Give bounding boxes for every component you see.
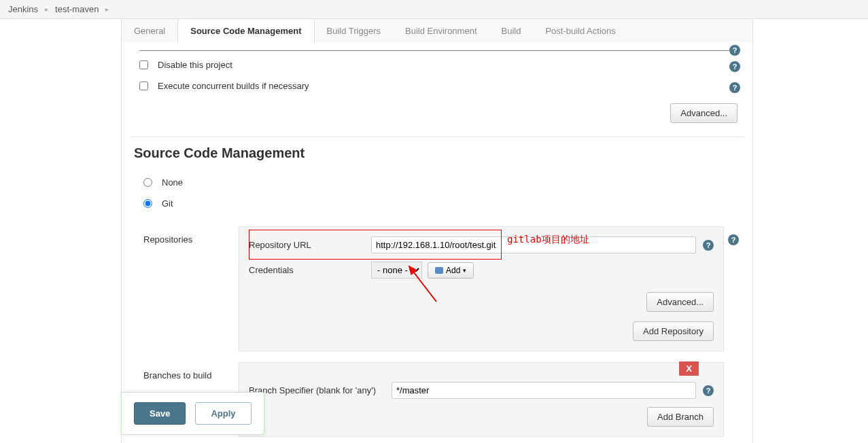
annotation-text: gitlab项目的地址 — [507, 234, 589, 246]
add-repository-button[interactable]: Add Repository — [633, 321, 714, 341]
config-content: ? Disable this project ? Execute concurr… — [122, 42, 752, 443]
disable-project-checkbox[interactable] — [139, 60, 148, 69]
apply-button[interactable]: Apply — [195, 402, 251, 425]
chevron-right-icon: ▸ — [45, 5, 48, 13]
help-icon[interactable]: ? — [729, 45, 740, 56]
repositories-label: Repositories — [130, 226, 239, 351]
branch-spec-label: Branch Specifier (blank for 'any') — [249, 385, 392, 395]
credentials-label: Credentials — [249, 265, 371, 275]
tab-env[interactable]: Build Environment — [393, 19, 489, 43]
scm-git-radio[interactable] — [143, 199, 152, 208]
tab-post[interactable]: Post-build Actions — [533, 19, 627, 43]
branches-body: X Branch Specifier (blank for 'any') ? A… — [239, 362, 724, 437]
add-credentials-button[interactable]: Add ▾ — [428, 262, 474, 279]
credentials-select[interactable]: - none - — [371, 262, 422, 279]
advanced-button[interactable]: Advanced... — [670, 103, 737, 123]
add-branch-button[interactable]: Add Branch — [647, 407, 714, 427]
scm-none-radio[interactable] — [143, 178, 152, 187]
breadcrumb: Jenkins ▸ test-maven ▸ — [0, 0, 868, 19]
config-panel: General Source Code Management Build Tri… — [121, 19, 753, 443]
action-bar: Save Apply — [121, 392, 264, 435]
help-icon[interactable]: ? — [703, 240, 714, 251]
breadcrumb-jenkins[interactable]: Jenkins — [8, 4, 38, 14]
scm-section-title: Source Code Management — [134, 145, 744, 161]
scm-none-label: None — [162, 177, 183, 188]
tab-build[interactable]: Build — [489, 19, 534, 43]
add-label: Add — [446, 266, 460, 275]
save-button[interactable]: Save — [134, 402, 186, 425]
key-icon — [435, 267, 443, 274]
repositories-body: Repository URL ? Credentials - none - — [239, 226, 724, 351]
tab-bar: General Source Code Management Build Tri… — [122, 19, 752, 43]
scm-git-label: Git — [162, 198, 173, 209]
concurrent-builds-checkbox[interactable] — [139, 82, 148, 90]
tab-triggers[interactable]: Build Triggers — [315, 19, 393, 43]
help-icon[interactable]: ? — [728, 234, 739, 245]
chevron-right-icon: ▸ — [105, 5, 109, 13]
tab-scm[interactable]: Source Code Management — [177, 18, 314, 43]
delete-branch-button[interactable]: X — [679, 361, 699, 376]
divider — [130, 137, 744, 137]
help-icon[interactable]: ? — [729, 61, 740, 72]
disable-project-label: Disable this project — [158, 60, 232, 70]
chevron-down-icon: ▾ — [463, 267, 466, 274]
concurrent-builds-label: Execute concurrent builds if necessary — [158, 81, 309, 91]
tab-general[interactable]: General — [122, 19, 177, 43]
repo-url-label: Repository URL — [249, 240, 371, 250]
help-icon[interactable]: ? — [729, 82, 740, 93]
breadcrumb-project[interactable]: test-maven — [55, 4, 99, 14]
help-icon[interactable]: ? — [703, 385, 714, 396]
branch-spec-input[interactable] — [392, 382, 696, 399]
repo-advanced-button[interactable]: Advanced... — [646, 292, 714, 312]
